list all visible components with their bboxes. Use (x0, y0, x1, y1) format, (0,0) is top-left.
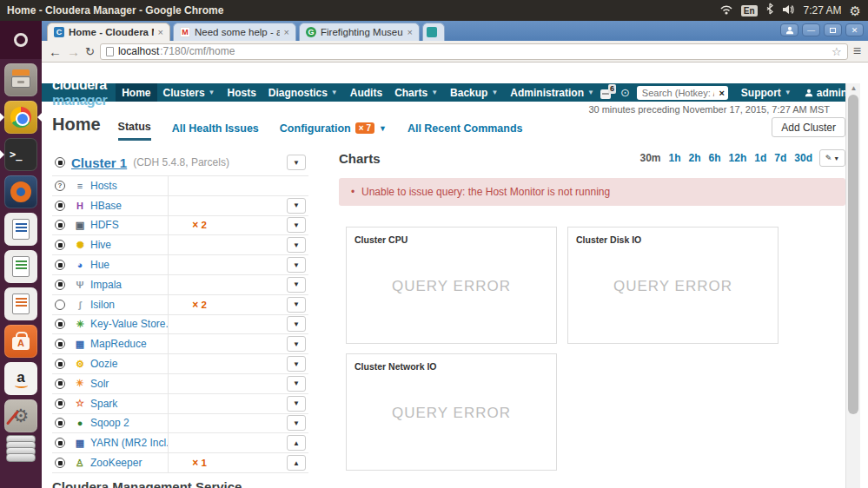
ubuntu-dash-button[interactable] (0, 21, 42, 59)
search-input[interactable] (637, 86, 728, 100)
scroll-up-arrow[interactable]: ▲ (846, 83, 861, 94)
service-link[interactable]: Impala (90, 279, 168, 291)
service-actions-dropdown[interactable]: ▼ (287, 277, 306, 293)
service-actions-dropdown[interactable]: ▼ (287, 198, 306, 214)
nav-item-administration[interactable]: Administration▼ (504, 83, 600, 102)
cluster-name-link[interactable]: Cluster 1 (71, 155, 127, 170)
chrome-launcher[interactable] (4, 101, 37, 134)
service-link[interactable]: Oozie (90, 358, 168, 370)
back-button[interactable]: ← (49, 45, 62, 58)
restore-button[interactable] (824, 23, 842, 36)
service-link[interactable]: Isilon (90, 299, 168, 311)
service-actions-dropdown[interactable]: ▼ (287, 237, 306, 253)
browser-tab[interactable]: MNeed some help - as× (173, 23, 296, 41)
time-context-label[interactable]: 30 minutes preceding November 17, 2015, … (588, 104, 830, 115)
service-actions-dropdown[interactable]: ▼ (287, 376, 306, 392)
service-link[interactable]: Sqoop 2 (90, 417, 168, 429)
bookmark-star-icon[interactable]: ☆ (832, 45, 842, 58)
service-link[interactable]: Hive (90, 239, 168, 251)
range-12h[interactable]: 12h (729, 152, 747, 164)
browser-tab[interactable]: GFirefighting Museu× (299, 23, 420, 41)
forward-button[interactable]: → (67, 45, 80, 58)
range-1h[interactable]: 1h (669, 152, 681, 164)
nav-item-diagnostics[interactable]: Diagnostics▼ (262, 83, 344, 102)
nav-item-home[interactable]: Home (116, 83, 156, 102)
range-2h[interactable]: 2h (689, 152, 701, 164)
service-actions-dropdown[interactable]: ▼ (287, 396, 306, 412)
tab-all-recent-commands[interactable]: All Recent Commands (407, 121, 523, 141)
close-button[interactable]: ✕ (845, 23, 864, 36)
running-commands-icon[interactable]: ⊙ (620, 86, 630, 99)
range-1d[interactable]: 1d (754, 152, 766, 164)
tab-close-icon[interactable]: × (284, 27, 289, 37)
nav-item-charts[interactable]: Charts▼ (388, 83, 444, 102)
page-scrollbar[interactable]: ▲ ▼ (845, 83, 860, 488)
chart-panel[interactable]: Cluster Network IOQUERY ERROR (346, 353, 557, 471)
support-menu[interactable]: Support▼ (735, 83, 798, 102)
scrollbar-thumb[interactable] (848, 95, 858, 414)
system-settings-launcher[interactable]: ⚙ (4, 399, 37, 432)
volume-icon[interactable] (782, 3, 796, 18)
wifi-icon[interactable] (719, 3, 733, 18)
range-6h[interactable]: 6h (709, 152, 721, 164)
reload-button[interactable]: ↻ (85, 45, 95, 58)
amazon-launcher[interactable]: a (4, 362, 37, 395)
service-link[interactable]: Key-Value Store... (90, 318, 168, 330)
libreoffice-impress-launcher[interactable] (4, 287, 37, 320)
service-link[interactable]: YARN (MR2 Incl... (90, 437, 168, 449)
minimize-button[interactable]: — (802, 23, 820, 36)
service-link[interactable]: Hosts (90, 180, 168, 192)
service-link[interactable]: HDFS (90, 219, 168, 231)
nav-item-clusters[interactable]: Clusters▼ (157, 83, 222, 102)
tab-close-icon[interactable]: × (158, 27, 163, 37)
service-link[interactable]: Spark (90, 398, 168, 410)
browser-tab[interactable]: CHome - Cloudera Ma× (47, 23, 170, 41)
range-7d[interactable]: 7d (774, 152, 786, 164)
config-issues-indicator[interactable]: × 2 (168, 295, 230, 314)
service-actions-dropdown[interactable]: ▼ (287, 257, 306, 273)
files-launcher[interactable] (4, 63, 37, 96)
chrome-menu-icon[interactable]: ≡ (853, 43, 861, 59)
keyboard-layout-indicator[interactable]: En (741, 5, 758, 16)
service-actions-dropdown[interactable]: ▼ (287, 336, 306, 352)
bluetooth-icon[interactable] (765, 3, 774, 18)
config-issues-indicator[interactable]: × 1 (168, 453, 230, 472)
chart-panel[interactable]: Cluster Disk IOQUERY ERROR (567, 227, 779, 344)
edit-charts-button[interactable]: ✎▼ (819, 149, 845, 167)
nav-item-backup[interactable]: Backup▼ (444, 83, 504, 102)
service-link[interactable]: HBase (90, 200, 168, 212)
nav-item-audits[interactable]: Audits (344, 83, 388, 102)
range-30d[interactable]: 30d (794, 152, 812, 164)
session-gear-icon[interactable]: ⚙ (850, 4, 861, 17)
service-link[interactable]: ZooKeeper (90, 457, 168, 469)
terminal-launcher[interactable]: >_ (4, 138, 37, 171)
service-actions-dropdown[interactable]: ▲ (287, 435, 306, 451)
cluster-actions-dropdown[interactable]: ▼ (287, 155, 306, 170)
software-center-launcher[interactable]: A (4, 325, 37, 358)
service-actions-dropdown[interactable]: ▲ (287, 455, 306, 471)
tab-status[interactable]: Status (118, 121, 151, 141)
service-actions-dropdown[interactable]: ▼ (287, 415, 306, 431)
browser-tab[interactable] (422, 23, 445, 41)
tab-all-health-issues[interactable]: All Health Issues (172, 121, 259, 141)
address-bar[interactable]: localhost:7180/cmf/home ☆ (100, 43, 848, 60)
parcel-indicator[interactable]: 6 (600, 87, 613, 99)
service-actions-dropdown[interactable]: ▼ (287, 217, 306, 233)
range-30m[interactable]: 30m (640, 152, 661, 164)
config-issues-indicator[interactable]: × 2 (168, 216, 230, 235)
service-link[interactable]: Solr (90, 378, 168, 390)
add-cluster-button[interactable]: Add Cluster (772, 117, 845, 137)
libreoffice-writer-launcher[interactable] (4, 213, 37, 246)
cloudera-manager-logo[interactable]: cloudera manager (52, 77, 107, 109)
tab-configuration[interactable]: Configuration× 7▼ (280, 121, 387, 141)
firefox-launcher[interactable] (4, 175, 37, 208)
search-clear-icon[interactable]: × (719, 88, 724, 98)
service-link[interactable]: Hue (90, 259, 168, 271)
nav-item-hosts[interactable]: Hosts (222, 83, 262, 102)
service-actions-dropdown[interactable]: ▼ (287, 297, 306, 313)
mounted-drives-stack[interactable] (0, 435, 42, 459)
tab-close-icon[interactable]: × (407, 27, 413, 37)
service-actions-dropdown[interactable]: ▼ (287, 316, 306, 332)
clock[interactable]: 7:27 AM (804, 4, 842, 16)
service-link[interactable]: MapReduce (90, 338, 168, 350)
